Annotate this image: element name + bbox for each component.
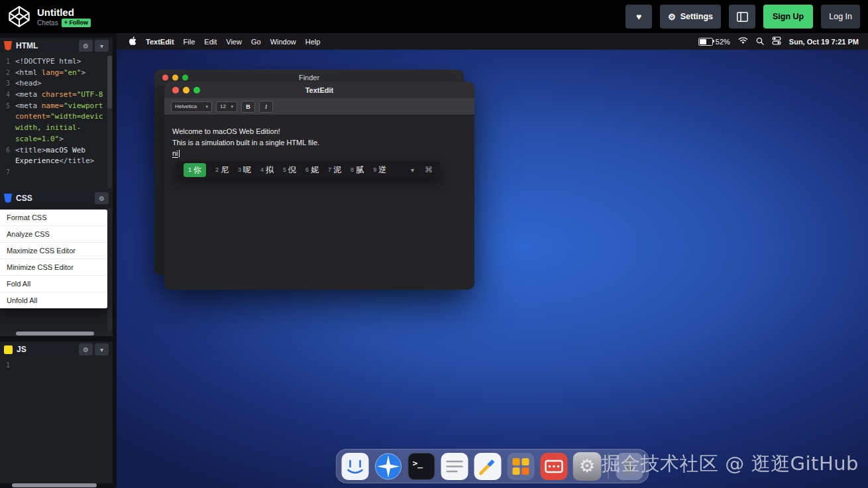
js-icon xyxy=(4,345,13,354)
font-size-select[interactable]: 12 ▾ xyxy=(216,101,237,112)
css-editor-scrollbar[interactable] xyxy=(107,208,112,334)
menu-item-textedit[interactable]: TextEdit xyxy=(146,38,174,46)
settings-button[interactable]: ⚙ Settings xyxy=(660,5,721,29)
menu-item-view[interactable]: View xyxy=(226,38,242,46)
menu-item-file[interactable]: File xyxy=(184,38,195,46)
menu-item-go[interactable]: Go xyxy=(251,38,261,46)
font-family-select[interactable]: Helvetica ▾ xyxy=(171,101,212,112)
ime-candidate-list: 1你2尼3呢4拟5倪6妮7泥8腻9逆 xyxy=(184,163,400,177)
italic-button[interactable]: I xyxy=(259,101,273,113)
code-line[interactable]: 2<html lang="en"> xyxy=(0,68,113,79)
css-menu-item-format-css[interactable]: Format CSS xyxy=(0,210,107,226)
menu-item-help[interactable]: Help xyxy=(305,38,321,46)
launchpad-dock-icon[interactable] xyxy=(507,452,535,481)
js-editor-label: JS xyxy=(17,345,27,354)
menubar-clock[interactable]: Sun, Oct 19 7:21 PM xyxy=(789,38,859,46)
watermark-text: 掘金技术社区 @ 逛逛GitHub xyxy=(602,451,859,477)
close-button[interactable] xyxy=(162,75,168,81)
code-line[interactable]: 7 xyxy=(0,167,113,178)
settings-label: Settings xyxy=(680,12,713,21)
code-line[interactable]: scale=1.0"> xyxy=(0,134,113,145)
textedit-window[interactable]: TextEdit Helvetica ▾ 12 ▾ B I Welcome to… xyxy=(164,82,474,290)
zoom-button[interactable] xyxy=(182,75,188,81)
code-line[interactable]: Experience</title> xyxy=(0,156,113,167)
menu-item-window[interactable]: Window xyxy=(270,38,296,46)
textedit-titlebar[interactable]: TextEdit xyxy=(164,82,474,98)
textedit-content[interactable]: Welcome to macOS Web Edition! This is a … xyxy=(164,115,474,159)
code-text: <head> xyxy=(15,78,42,90)
finder-dock-icon[interactable] xyxy=(341,452,370,481)
signup-button[interactable]: Sign Up xyxy=(763,5,813,29)
code-line[interactable]: 5<meta name="viewport xyxy=(0,101,113,112)
candidate-character: 妮 xyxy=(311,164,319,176)
code-line[interactable]: 6<title>macOS Web xyxy=(0,145,113,156)
safari-dock-icon[interactable] xyxy=(374,452,403,481)
code-line[interactable]: 1 xyxy=(0,360,113,371)
html-editor-settings-button[interactable]: ⚙ xyxy=(79,40,93,52)
line-number: 4 xyxy=(0,90,10,101)
html-editor-collapse-button[interactable]: ▾ xyxy=(95,40,109,52)
candidate-number: 1 xyxy=(188,166,191,173)
menu-item-edit[interactable]: Edit xyxy=(204,38,217,46)
apple-menu[interactable] xyxy=(129,36,136,47)
ime-candidate[interactable]: 2尼 xyxy=(215,164,229,176)
js-editor-collapse-button[interactable]: ▾ xyxy=(95,343,109,355)
codepen-logo-icon[interactable] xyxy=(8,5,30,28)
change-view-button[interactable] xyxy=(729,5,755,29)
ime-candidate[interactable]: 8腻 xyxy=(351,164,364,176)
bold-button[interactable]: B xyxy=(241,101,255,113)
ime-candidate-bar: 1你2尼3呢4拟5倪6妮7泥8腻9逆 ▾ ⌘ xyxy=(176,161,441,178)
css-horizontal-scrollbar[interactable] xyxy=(0,331,113,336)
line-number: 7 xyxy=(0,167,10,178)
css-menu-item-fold-all[interactable]: Fold All xyxy=(0,276,107,292)
html-editor-label: HTML xyxy=(16,41,38,50)
html-editor-scrollbar[interactable] xyxy=(107,56,112,188)
code-line[interactable]: 3<head> xyxy=(0,78,113,90)
control-center-icon[interactable] xyxy=(772,36,781,46)
css-menu-item-maximize-css-editor[interactable]: Maximize CSS Editor xyxy=(0,243,107,259)
code-line[interactable]: 4<meta charset="UTF-8 xyxy=(0,90,113,101)
ime-candidate[interactable]: 6妮 xyxy=(305,164,319,176)
wifi-icon[interactable] xyxy=(738,37,748,46)
line-number xyxy=(0,156,10,167)
css-menu-item-unfold-all[interactable]: Unfold All xyxy=(0,292,107,308)
css-menu-item-minimize-css-editor[interactable]: Minimize CSS Editor xyxy=(0,259,107,276)
code-line[interactable]: content="width=devic xyxy=(0,111,113,123)
code-line[interactable]: 1<!DOCTYPE html> xyxy=(0,56,113,68)
ime-candidate[interactable]: 3呢 xyxy=(238,164,251,176)
terminal-dock-icon[interactable]: >_ xyxy=(407,452,436,481)
macos-desktop[interactable]: Finder TextEdit Helvetica ▾ 12 ▾ xyxy=(117,50,868,488)
css-menu-item-analyze-css[interactable]: Analyze CSS xyxy=(0,226,107,243)
text-caret xyxy=(179,150,180,157)
html-code-area[interactable]: 1<!DOCTYPE html>2<html lang="en">3<head>… xyxy=(0,54,113,190)
minimize-button[interactable] xyxy=(172,75,178,81)
ime-candidate[interactable]: 9逆 xyxy=(373,164,386,176)
js-code-area[interactable]: 1 xyxy=(0,357,113,483)
battery-status[interactable]: 52% xyxy=(698,38,730,46)
ime-candidate[interactable]: 7泥 xyxy=(328,164,341,176)
brush-dock-icon[interactable] xyxy=(474,452,502,481)
editor-bottom-scrollbar[interactable] xyxy=(0,483,117,488)
minimize-button[interactable] xyxy=(183,87,190,93)
command-icon[interactable]: ⌘ xyxy=(425,165,433,174)
settings-dock-icon[interactable]: ⚙ xyxy=(573,452,602,481)
pen-author[interactable]: Chetas xyxy=(37,19,58,27)
login-button[interactable]: Log In xyxy=(821,5,860,29)
zoom-button[interactable] xyxy=(193,87,200,93)
code-line[interactable]: width, initial- xyxy=(0,123,113,134)
follow-button[interactable]: + Follow xyxy=(62,19,91,27)
js-editor-settings-button[interactable]: ⚙ xyxy=(79,343,93,355)
css-editor-settings-button[interactable]: ⚙ xyxy=(95,192,109,204)
search-icon[interactable] xyxy=(756,37,764,46)
notes-dock-icon[interactable] xyxy=(441,452,469,481)
like-button[interactable]: ♥ xyxy=(625,5,652,29)
css-code-area[interactable]: Format CSSAnalyze CSSMaximize CSS Editor… xyxy=(0,206,113,336)
ime-candidate[interactable]: 4拟 xyxy=(260,164,274,176)
chevron-down-icon[interactable]: ▾ xyxy=(411,166,414,174)
ime-candidate[interactable]: 5倪 xyxy=(283,164,296,176)
layout-icon xyxy=(737,12,748,22)
ime-candidate[interactable]: 1你 xyxy=(184,163,206,177)
media-dock-icon[interactable] xyxy=(540,452,569,481)
candidate-number: 8 xyxy=(351,166,354,173)
close-button[interactable] xyxy=(172,87,179,93)
